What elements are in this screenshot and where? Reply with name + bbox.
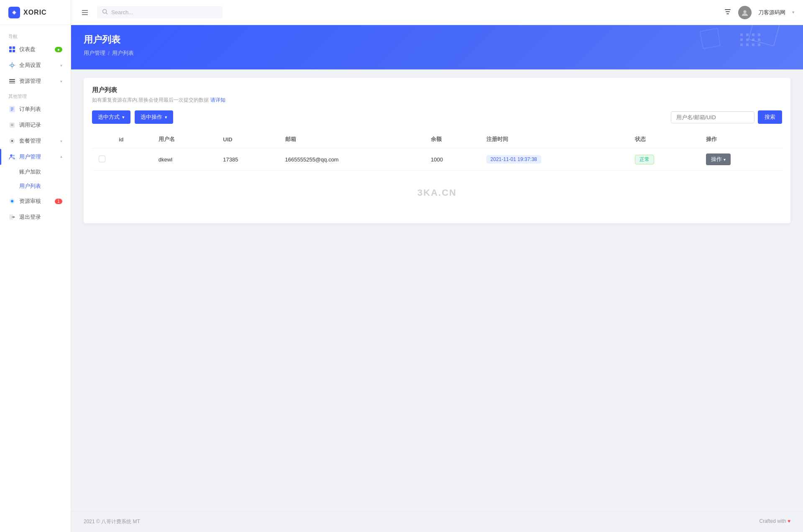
header-right: 刀客源码网 ▾: [724, 6, 795, 19]
dashboard-badge: ●: [55, 47, 62, 52]
sidebar-item-resource-review[interactable]: 资源审核 1: [0, 193, 71, 209]
svg-rect-6: [9, 81, 15, 82]
sidebar-subitem-userlist-label: 用户列表: [19, 182, 41, 190]
svg-point-4: [11, 64, 13, 66]
select-method-button[interactable]: 选中方式 ▾: [92, 110, 130, 124]
avatar[interactable]: [738, 6, 752, 19]
cell-id: [112, 148, 152, 171]
col-action: 操作: [699, 130, 782, 148]
svg-rect-0: [9, 46, 12, 49]
sidebar-item-order-list[interactable]: 订单列表: [0, 101, 71, 117]
settings-arrow-icon: ▾: [60, 63, 62, 68]
svg-rect-3: [13, 50, 15, 52]
select-action-chevron-icon: ▾: [165, 115, 167, 120]
select-action-label: 选中操作: [141, 113, 162, 121]
sidebar-toggle-button[interactable]: [79, 7, 90, 18]
footer-left: 2021 © 八哥计费系统 MT: [84, 518, 140, 525]
review-icon: [8, 197, 16, 205]
sidebar-subitem-user-list[interactable]: 用户列表: [0, 179, 71, 193]
sidebar-item-global-settings[interactable]: 全局设置 ▾: [0, 57, 71, 73]
cell-status: 正常: [628, 148, 699, 171]
user-search-input[interactable]: [671, 111, 754, 123]
logout-icon: [8, 213, 16, 221]
username-dropdown-icon[interactable]: ▾: [792, 10, 795, 15]
sidebar-item-user-mgmt[interactable]: 用户管理 ▾: [0, 149, 71, 165]
records-icon: [8, 121, 16, 129]
col-balance: 余额: [424, 130, 480, 148]
breadcrumb: 用户管理 / 用户列表: [84, 49, 790, 57]
sidebar-item-usage-records[interactable]: 调用记录: [0, 117, 71, 133]
header-search-input[interactable]: [111, 9, 217, 15]
header-username[interactable]: 刀客源码网: [758, 9, 785, 16]
svg-point-26: [103, 10, 107, 13]
card-notice-link[interactable]: 请详知: [210, 97, 225, 103]
breadcrumb-separator: /: [108, 50, 110, 56]
svg-rect-2: [9, 50, 12, 52]
breadcrumb-parent: 用户管理: [84, 49, 105, 57]
logo-text: XORIC: [23, 9, 47, 16]
sidebar-item-review-label: 资源审核: [19, 197, 41, 205]
users-table: id 用户名 UID 邮箱 余额 注册时间 状态 操作: [92, 130, 782, 171]
cell-uid: 17385: [216, 148, 278, 171]
sidebar-item-dashboard-label: 仪表盘: [19, 46, 36, 53]
sidebar-item-order-label: 订单列表: [19, 105, 41, 113]
table-row: dkewl 17385 1665555255@qq.com 1000 2021-…: [92, 148, 782, 171]
toolbar-left: 选中方式 ▾ 选中操作 ▾: [92, 110, 173, 124]
select-method-label: 选中方式: [98, 113, 120, 121]
usermgmt-arrow-icon: ▾: [60, 155, 62, 159]
row-checkbox[interactable]: [99, 156, 105, 162]
sidebar-subitem-account-topup[interactable]: 账户加款: [0, 165, 71, 179]
sidebar-item-logout-label: 退出登录: [19, 213, 41, 221]
card-title: 用户列表: [92, 86, 782, 94]
svg-point-31: [744, 10, 747, 13]
search-icon: [102, 9, 108, 16]
cell-action: 操作 ▾: [699, 148, 782, 171]
sidebar-item-resource-mgmt[interactable]: 资源管理 ▾: [0, 73, 71, 89]
package-arrow-icon: ▾: [60, 139, 62, 143]
top-header: 刀客源码网 ▾: [71, 0, 803, 25]
filter-icon[interactable]: [724, 8, 731, 17]
page-title: 用户列表: [84, 33, 790, 46]
sidebar-navigation: 导航 仪表盘 ● 全局设置 ▾ 资源管理 ▾: [0, 25, 71, 532]
svg-rect-1: [13, 46, 15, 49]
select-action-button[interactable]: 选中操作 ▾: [135, 110, 173, 124]
sidebar-item-resource-label: 资源管理: [19, 77, 41, 85]
table-body: dkewl 17385 1665555255@qq.com 1000 2021-…: [92, 148, 782, 171]
banner-decoration: [740, 33, 761, 46]
sidebar-subitem-topup-label: 账户加款: [19, 168, 41, 176]
sidebar-item-package-label: 套餐管理: [19, 137, 41, 145]
settings-icon: [8, 61, 16, 69]
svg-rect-7: [9, 83, 15, 84]
review-badge: 1: [55, 199, 62, 204]
cell-regtime: 2021-11-01 19:37:38: [480, 148, 629, 171]
svg-rect-30: [726, 13, 729, 14]
svg-rect-29: [726, 11, 730, 12]
svg-rect-12: [10, 123, 15, 128]
col-checkbox: [92, 130, 112, 148]
watermark: 3KA.CN: [92, 171, 782, 215]
sidebar-item-package-mgmt[interactable]: 套餐管理 ▾: [0, 133, 71, 149]
col-status: 状态: [628, 130, 699, 148]
cell-username: dkewl: [152, 148, 216, 171]
search-button[interactable]: 搜索: [758, 110, 782, 124]
resource-icon: [8, 77, 16, 85]
header-search-wrapper: [97, 6, 222, 18]
action-button-label: 操作: [711, 156, 722, 163]
sidebar-item-dashboard[interactable]: 仪表盘 ●: [0, 41, 71, 57]
nav-section-nav: 导航: [0, 29, 71, 41]
dashboard-icon: [8, 46, 16, 53]
cell-email: 1665555255@qq.com: [279, 148, 424, 171]
action-button[interactable]: 操作 ▾: [706, 153, 731, 165]
col-id: id: [112, 130, 152, 148]
col-username: 用户名: [152, 130, 216, 148]
sidebar-item-settings-label: 全局设置: [19, 61, 41, 69]
table-toolbar: 选中方式 ▾ 选中操作 ▾ 搜索: [92, 110, 782, 124]
sidebar-item-logout[interactable]: 退出登录: [0, 209, 71, 225]
main-content: 刀客源码网 ▾ 用户列表 用户管理 / 用户列表 用户列表 如有重复: [71, 0, 803, 532]
status-badge: 正常: [635, 155, 654, 164]
breadcrumb-current: 用户列表: [112, 49, 134, 57]
table-header: id 用户名 UID 邮箱 余额 注册时间 状态 操作: [92, 130, 782, 148]
footer-heart: ♥: [788, 518, 790, 524]
nav-section-other: 其他管理: [0, 89, 71, 101]
svg-rect-28: [725, 9, 731, 10]
